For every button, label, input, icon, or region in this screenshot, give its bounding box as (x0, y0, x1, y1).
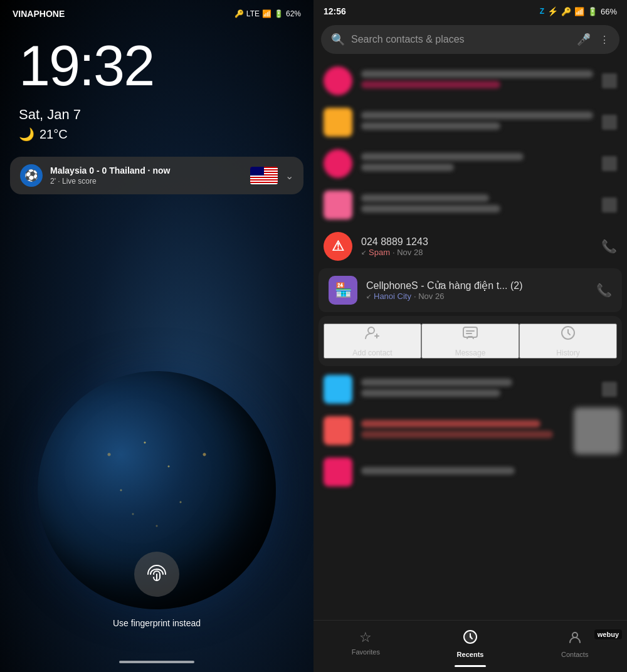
contact-info (361, 112, 593, 133)
favorites-label: Favorites (352, 648, 380, 656)
nav-favorites[interactable]: ☆ Favorites (314, 626, 418, 662)
list-item[interactable] (314, 60, 627, 102)
notification-card[interactable]: ⚽ Malaysia 0 - 0 Thailand · now 2' · Liv… (10, 157, 303, 194)
mic-icon[interactable]: 🎤 (577, 33, 591, 46)
list-item[interactable] (314, 451, 627, 493)
date-label: · Nov 28 (393, 248, 423, 257)
notif-content: Malaysia 0 - 0 Thailand · now 2' · Live … (50, 165, 243, 186)
phone-status-icons: Z ⚡ 🔑 📶 🔋 66% (540, 6, 617, 16)
avatar (324, 149, 352, 178)
contact-name: 024 8889 1243 (361, 236, 593, 248)
battery-icon: 🔋 (274, 9, 283, 18)
list-item[interactable] (314, 184, 627, 226)
city-label: Hanoi City (374, 291, 411, 301)
svg-rect-1 (463, 327, 477, 337)
battery-level: 62% (286, 9, 301, 18)
add-contact-label: Add contact (352, 349, 392, 357)
fingerprint-icon (145, 563, 168, 585)
call-icon[interactable]: 📞 (601, 239, 617, 254)
list-item[interactable]: 🏪 CellphoneS - Cửa hàng điện t... (2) ↙ … (319, 268, 622, 312)
contact-info (361, 379, 593, 400)
recents-label: Recents (457, 651, 484, 658)
avatar (324, 66, 352, 95)
avatar (324, 191, 352, 219)
avatar (324, 375, 352, 404)
avatar (324, 108, 352, 137)
contacts-label: Contacts (561, 651, 588, 658)
list-item[interactable] (314, 369, 627, 410)
phone-status-bar: 12:56 Z ⚡ 🔑 📶 🔋 66% (314, 0, 627, 20)
search-placeholder: Search contacts & places (351, 34, 571, 45)
message-icon (462, 325, 478, 345)
history-icon (560, 325, 576, 345)
call-icon[interactable]: 📞 (596, 283, 612, 298)
message-label: Message (455, 349, 486, 357)
contact-action-blurred (602, 382, 617, 397)
search-bar[interactable]: 🔍 Search contacts & places 🎤 ⋮ (321, 25, 619, 54)
bottom-nav: ☆ Favorites Recents Contacts (314, 620, 627, 672)
list-item[interactable] (314, 102, 627, 143)
avatar: 🏪 (329, 276, 357, 305)
svg-point-0 (368, 327, 374, 333)
contact-info (361, 153, 593, 174)
avatar (324, 458, 352, 486)
notif-title: Malaysia 0 - 0 Thailand · now (50, 165, 243, 176)
contact-thumbnail (574, 407, 621, 454)
message-button[interactable]: Message (421, 323, 519, 359)
notif-expand-icon[interactable]: ⌄ (285, 170, 293, 182)
avatar (324, 416, 352, 445)
fingerprint-area[interactable] (134, 552, 179, 597)
date-label: · Nov 26 (414, 291, 444, 301)
list-item[interactable]: ⚠ 024 8889 1243 ↙ Spam · Nov 28 📞 (314, 226, 627, 267)
search-icon: 🔍 (331, 33, 345, 46)
fingerprint-label: Use fingerprint instead (113, 618, 201, 628)
contact-info (361, 70, 593, 92)
add-contact-icon (364, 325, 381, 345)
contact-action-blurred (602, 115, 617, 130)
lock-weather: 🌙 21°C (0, 123, 314, 142)
malaysia-flag-icon (250, 167, 278, 184)
call-direction-icon: ↙ (361, 249, 366, 256)
contact-info: CellphoneS - Cửa hàng điện t... (2) ↙ Ha… (366, 280, 587, 301)
weather-temp: 21°C (40, 127, 68, 142)
list-item[interactable] (314, 143, 627, 184)
notif-subtitle: 2' · Live score (50, 177, 243, 186)
svg-point-4 (572, 633, 577, 638)
lock-date: Sat, Jan 7 (0, 94, 314, 123)
lock-icon: 🔑 (234, 9, 244, 18)
avatar: ⚠ (324, 232, 352, 261)
lte-label: LTE (246, 9, 260, 18)
history-label: History (556, 349, 579, 357)
history-button[interactable]: History (519, 323, 617, 359)
contact-sub: ↙ Hanoi City · Nov 26 (366, 291, 587, 301)
phone-time: 12:56 (324, 6, 346, 16)
more-options-icon[interactable]: ⋮ (599, 34, 609, 46)
list-item[interactable] (314, 410, 627, 451)
contacts-icon (567, 629, 582, 648)
watermark: webuy (594, 629, 622, 639)
quick-actions-bar: Add contact Message (319, 316, 622, 366)
lock-screen: VINAPHONE 🔑 LTE 📶 🔋 62% 19:32 Sat, Jan 7… (0, 0, 314, 672)
recents-icon (463, 629, 478, 648)
contact-action-blurred (602, 73, 617, 88)
wifi-icon: 📶 (574, 7, 584, 16)
carrier-name: VINAPHONE (13, 9, 65, 19)
add-contact-button[interactable]: Add contact (324, 323, 421, 359)
contact-info: 024 8889 1243 ↙ Spam · Nov 28 (361, 236, 593, 257)
warning-icon: ⚠ (332, 238, 344, 255)
phone-app: 12:56 Z ⚡ 🔑 📶 🔋 66% 🔍 Search contacts & … (314, 0, 627, 672)
contact-name: CellphoneS - Cửa hàng điện t... (2) (366, 280, 587, 291)
weather-icon: 🌙 (19, 127, 34, 142)
fingerprint-button[interactable] (134, 552, 179, 597)
battery-pct: 66% (601, 7, 617, 16)
home-indicator[interactable] (119, 661, 194, 663)
nav-recents[interactable]: Recents (418, 626, 523, 662)
notif-app-icon: ⚽ (20, 164, 43, 187)
contact-action-blurred (602, 197, 617, 213)
active-indicator (455, 665, 486, 667)
lock-icon-2: 🔑 (561, 7, 571, 16)
battery-icon-2: 🔋 (587, 7, 598, 16)
favorites-icon: ☆ (359, 629, 372, 646)
spam-label: Spam (369, 248, 390, 257)
signal-icon: 📶 (262, 9, 271, 18)
